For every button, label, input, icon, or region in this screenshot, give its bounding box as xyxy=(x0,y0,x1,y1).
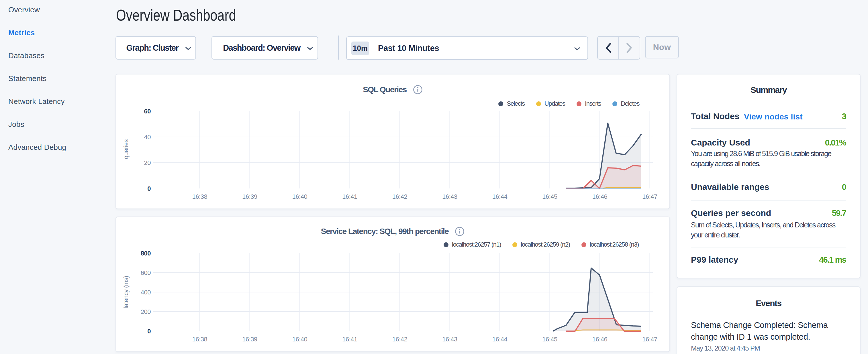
svg-text:16:41: 16:41 xyxy=(342,193,358,200)
svg-text:40: 40 xyxy=(144,133,151,141)
svg-text:16:47: 16:47 xyxy=(642,193,657,200)
svg-text:16:42: 16:42 xyxy=(392,193,407,200)
svg-text:16:39: 16:39 xyxy=(242,336,257,343)
svg-text:16:47: 16:47 xyxy=(642,336,657,343)
svg-text:16:46: 16:46 xyxy=(592,336,608,343)
svg-text:16:43: 16:43 xyxy=(442,336,457,343)
svg-text:16:40: 16:40 xyxy=(292,193,308,200)
svg-text:16:45: 16:45 xyxy=(542,193,557,200)
svg-text:400: 400 xyxy=(141,289,151,296)
svg-text:0: 0 xyxy=(147,328,151,335)
svg-text:latency (ms): latency (ms) xyxy=(122,276,129,309)
svg-text:16:44: 16:44 xyxy=(492,193,507,200)
svg-text:16:45: 16:45 xyxy=(542,336,557,343)
svg-text:16:46: 16:46 xyxy=(592,193,608,200)
svg-text:16:41: 16:41 xyxy=(342,336,358,343)
svg-text:800: 800 xyxy=(141,250,151,257)
svg-text:0: 0 xyxy=(147,185,151,192)
svg-text:60: 60 xyxy=(144,108,151,115)
svg-text:200: 200 xyxy=(141,308,151,315)
svg-text:16:38: 16:38 xyxy=(192,193,208,200)
svg-text:600: 600 xyxy=(141,269,151,277)
svg-text:16:42: 16:42 xyxy=(392,336,407,343)
svg-text:16:38: 16:38 xyxy=(192,336,208,343)
svg-text:16:39: 16:39 xyxy=(242,193,257,200)
svg-text:16:40: 16:40 xyxy=(292,336,308,343)
svg-text:queries: queries xyxy=(122,139,129,159)
svg-text:16:43: 16:43 xyxy=(442,193,457,200)
svg-text:20: 20 xyxy=(144,159,151,166)
svg-text:16:44: 16:44 xyxy=(492,336,507,343)
